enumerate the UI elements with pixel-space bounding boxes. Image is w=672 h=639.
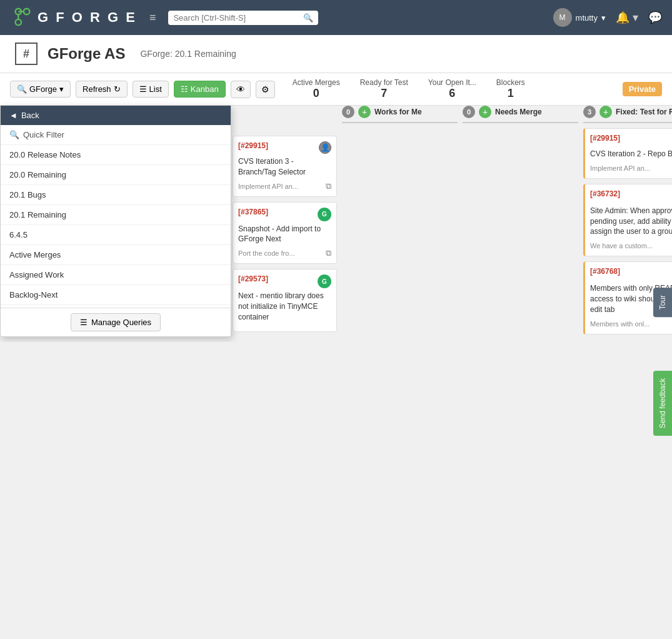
notifications-bell[interactable]: 🔔 ▾	[616, 11, 638, 24]
card-id[interactable]: [#29915]	[238, 141, 268, 150]
kanban-icon: ☷	[181, 84, 188, 94]
col-title: Fixed: Test for R...	[616, 108, 672, 116]
dropdown-item-6[interactable]: Assigned Work	[1, 265, 231, 285]
dropdown-menu: ◄ Back 🔍 Quick Filter 20.0 Release Notes…	[0, 105, 231, 337]
col-header-fixed: 3 + Fixed: Test for R...	[583, 106, 672, 123]
stat-value-2: 6	[428, 87, 476, 100]
tour-button[interactable]: Tour	[653, 288, 672, 317]
card-avatar: G	[318, 208, 331, 221]
col-count: 0	[463, 106, 475, 118]
dropdown-item-2[interactable]: 20.1 Bugs	[1, 185, 231, 205]
logo[interactable]: G F O R G E	[10, 6, 137, 29]
refresh-icon: ↻	[114, 84, 121, 94]
list-icon: ☰	[139, 84, 147, 94]
active-merges-stat[interactable]: Active Merges 0	[293, 78, 340, 100]
dropdown-item-1[interactable]: 20.0 Remaining	[1, 165, 231, 185]
mid-column: [#29915] 👤 CVS Iteration 3 - Branch/Tag …	[230, 106, 339, 342]
col-title: Needs Merge	[495, 108, 578, 116]
stat-label-3: Blockers	[496, 78, 525, 87]
card-preview: We have a custom...	[590, 242, 653, 249]
card-36732: [#36732] R Site Admin: When approving a …	[583, 184, 672, 256]
col-add-button[interactable]: +	[358, 106, 371, 118]
back-arrow-icon: ◄	[9, 111, 18, 120]
card-footer: We have a custom... ⧉	[590, 241, 672, 251]
card-29915-fixed: [#29915] 👤 CVS Iteration 2 - Repo Browse…	[583, 128, 672, 179]
card-title: CVS Iteration 2 - Repo Browse	[590, 149, 672, 159]
card-id[interactable]: [#36732]	[590, 189, 620, 198]
search-icon-small: 🔍	[17, 84, 27, 94]
kanban-label: Kanban	[191, 84, 219, 94]
external-link-icon[interactable]: ⧉	[326, 248, 331, 258]
dropdown-item-5[interactable]: Active Merges	[1, 245, 231, 265]
col-header-merge: 0 + Needs Merge	[463, 106, 578, 123]
user-dropdown-icon: ▾	[601, 13, 606, 23]
dropdown-list: 20.0 Release Notes 20.0 Remaining 20.1 B…	[1, 145, 231, 308]
ready-for-test-stat[interactable]: Ready for Test 7	[360, 78, 408, 100]
card-footer: Implement API an... ⧉	[238, 181, 331, 191]
hamburger-icon[interactable]: ≡	[144, 9, 161, 27]
list-button[interactable]: ☰ List	[133, 81, 169, 98]
dropdown-item-3[interactable]: 20.1 Remaining	[1, 205, 231, 225]
username: mtutty	[576, 13, 598, 23]
user-menu[interactable]: M mtutty ▾	[553, 8, 606, 27]
card-id[interactable]: [#29915]	[590, 134, 620, 143]
dropdown-back[interactable]: ◄ Back	[1, 106, 231, 125]
your-open-stat[interactable]: Your Open It... 6	[428, 78, 476, 100]
card-preview: Implement API an...	[590, 164, 650, 172]
avatar: M	[553, 8, 572, 27]
top-navigation: G F O R G E ≡ 🔍 M mtutty ▾ 🔔 ▾ 💬	[0, 0, 672, 35]
col-add-button[interactable]: +	[479, 106, 491, 118]
col-add-button[interactable]: +	[599, 106, 612, 118]
col-needs-merge: 0 + Needs Merge	[463, 106, 578, 342]
refresh-button[interactable]: Refresh ↻	[76, 81, 128, 98]
eye-button[interactable]: 👁	[231, 81, 251, 98]
page-subtitle: GForge: 20.1 Remaining	[140, 49, 236, 59]
stat-value-1: 7	[360, 87, 408, 100]
card-29915-mid: [#29915] 👤 CVS Iteration 3 - Branch/Tag …	[233, 136, 337, 197]
col-works-for-me: 0 + Works for Me	[342, 106, 458, 342]
kanban-button[interactable]: ☷ Kanban	[174, 81, 226, 98]
card-footer: Implement API an... ⧉	[590, 163, 672, 173]
card-avatar: G	[318, 274, 331, 288]
card-id[interactable]: [#29573]	[238, 274, 268, 283]
blockers-stat[interactable]: Blockers 1	[496, 78, 525, 100]
external-link-icon[interactable]: ⧉	[326, 181, 331, 191]
col-header-works: 0 + Works for Me	[342, 106, 458, 123]
card-preview: Port the code fro...	[238, 249, 295, 257]
chat-icon[interactable]: 💬	[648, 11, 662, 24]
private-badge: Private	[623, 82, 662, 96]
card-id[interactable]: [#37865]	[238, 208, 268, 216]
nav-right: M mtutty ▾ 🔔 ▾ 💬	[553, 8, 662, 27]
card-preview: Implement API an...	[238, 183, 298, 190]
stat-label-1: Ready for Test	[360, 78, 408, 87]
quick-filter-label: Quick Filter	[23, 130, 64, 139]
search-input[interactable]	[173, 13, 299, 23]
col-count: 3	[583, 106, 596, 118]
search-bar[interactable]: 🔍	[168, 11, 318, 25]
page-icon: #	[15, 43, 38, 65]
card-avatar: 👤	[319, 141, 331, 154]
dropdown-item-0[interactable]: 20.0 Release Notes	[1, 145, 231, 165]
page-header: # GForge AS GForge: 20.1 Remaining	[0, 35, 672, 73]
card-title: CVS Iteration 3 - Branch/Tag Selector	[238, 156, 331, 178]
col-count: 0	[342, 106, 354, 118]
list-label: List	[149, 84, 162, 94]
card-preview: Members with onl...	[590, 320, 649, 328]
dropdown-item-4[interactable]: 6.4.5	[1, 225, 231, 245]
gear-button[interactable]: ⚙	[256, 81, 275, 98]
card-id[interactable]: [#36768]	[590, 267, 620, 276]
card-37865: [#37865] G Snapshot - Add import to GFor…	[233, 202, 337, 264]
col-title: Works for Me	[374, 108, 458, 116]
dropdown-arrow: ▾	[59, 84, 64, 94]
toolbar: 🔍 GForge ▾ Refresh ↻ ☰ List ☷ Kanban 👁 ⚙…	[0, 73, 672, 106]
manage-queries-button[interactable]: ☰ Manage Queries	[71, 313, 161, 331]
dropdown-item-7[interactable]: Backlog-Next	[1, 285, 231, 305]
card-title: Next - mentio library does not initializ…	[238, 291, 331, 322]
stat-value-0: 0	[293, 87, 340, 100]
search-icon: 🔍	[303, 13, 313, 23]
page-title: GForge AS	[48, 45, 125, 63]
quick-filter-item[interactable]: 🔍 Quick Filter	[1, 125, 231, 145]
logo-text: G F O R G E	[38, 9, 137, 26]
filter-icon: 🔍	[9, 130, 19, 139]
gforge-dropdown-button[interactable]: 🔍 GForge ▾	[10, 81, 71, 98]
